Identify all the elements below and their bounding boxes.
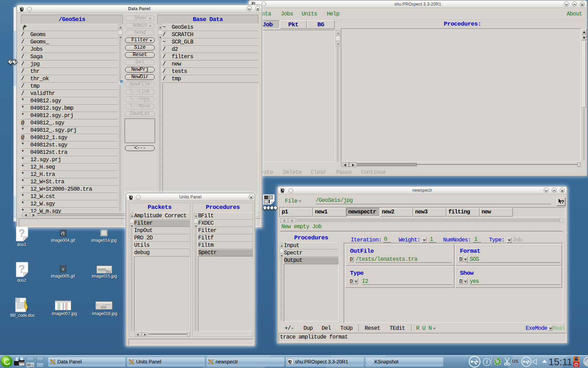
svg-text:i: i [486,359,488,365]
svg-text:?: ? [561,199,564,205]
svg-text:?: ? [18,227,25,239]
svg-text:?: ? [18,263,25,275]
svg-text:v: v [62,266,64,272]
